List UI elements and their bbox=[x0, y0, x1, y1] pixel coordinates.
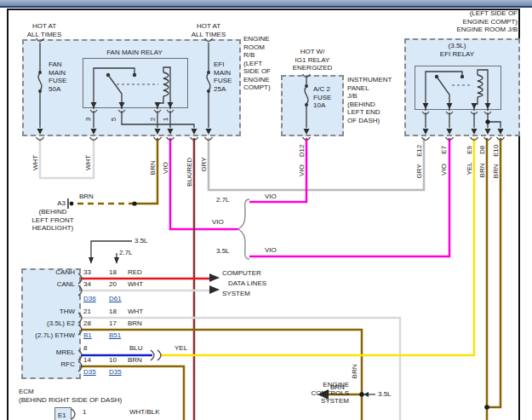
hot-at-all-times-2: HOT AT ALL TIMES bbox=[186, 22, 232, 38]
vio-d12-label: VIO bbox=[299, 164, 306, 176]
engine-room-rb-label: ENGINE ROOM R/B (LEFT SIDE OF ENGINE COM… bbox=[243, 35, 271, 92]
ecm-bracket-mrel bbox=[78, 350, 82, 360]
ecm-pin-mrel: MREL bbox=[34, 348, 75, 357]
pin-d8-label: D8 bbox=[479, 146, 486, 154]
fan-relay-pin-1: 1 bbox=[163, 118, 169, 121]
vio-27-label: VIO bbox=[265, 193, 277, 201]
brn-label-1: BRN bbox=[150, 161, 157, 175]
fan-relay-coil bbox=[163, 72, 169, 96]
brn-splice-dot bbox=[132, 201, 136, 205]
pin-e10-label: E10 bbox=[493, 145, 500, 157]
sel-35-arrowhead bbox=[89, 257, 94, 264]
pin-33: 33 bbox=[83, 268, 91, 277]
ecm-bracket-canh bbox=[78, 273, 82, 284]
connector-link-d35a[interactable]: D35 bbox=[83, 368, 96, 377]
computer-data-arrow-2 bbox=[209, 285, 220, 294]
brn-e10-label: BRN bbox=[493, 164, 500, 179]
ecm-pin-rfc: RFC bbox=[34, 360, 75, 369]
a3-connector-label[interactable]: A3 bbox=[49, 199, 66, 208]
engine-room-jb-label: (LEFT SIDE OF ENGINE COMPT) ENGINE ROOM … bbox=[409, 9, 518, 34]
e1-bracket bbox=[72, 409, 75, 419]
pin-10: 10 bbox=[109, 356, 117, 365]
computer-data-lines-1: COMPUTER bbox=[222, 269, 261, 278]
connector-link-d61[interactable]: D61 bbox=[109, 295, 122, 303]
pin-14: 14 bbox=[83, 356, 91, 365]
sel-27-arrowhead bbox=[114, 257, 119, 264]
efi-main-fuse-label: EFI MAIN FUSE 25A bbox=[214, 60, 232, 93]
computer-data-arrow-1 bbox=[209, 273, 220, 282]
blk-red-label: BLK/RED bbox=[186, 158, 193, 187]
vio-label-1: VIO bbox=[163, 162, 169, 174]
e1-connector-label: E1 bbox=[58, 411, 66, 420]
pin-e12-label: E12 bbox=[416, 145, 423, 157]
fan-fuse-element bbox=[38, 73, 42, 90]
ecm-pin-ethw: (2.7L) ETHW bbox=[19, 331, 75, 340]
ecm-bracket-e2 bbox=[78, 325, 82, 335]
wire-wht-label-b: WHT bbox=[128, 308, 143, 316]
yel-e9-label: YEL bbox=[466, 162, 473, 175]
thin-leads bbox=[38, 43, 501, 394]
wire-red-label: RED bbox=[128, 268, 142, 277]
efi-relay-label: (3.5L) EFI RELAY bbox=[415, 42, 500, 58]
ecm-pin-canh: CANH bbox=[34, 268, 75, 277]
ecm-pin-canl: CANL bbox=[34, 280, 75, 289]
efi-fuse-element bbox=[207, 73, 210, 90]
pin-21: 21 bbox=[83, 308, 91, 316]
pin-e9-label: E9 bbox=[466, 146, 473, 154]
gry-label: GRY bbox=[201, 157, 208, 171]
vio-main-label: VIO bbox=[212, 218, 224, 227]
connector-link-b51[interactable]: B51 bbox=[109, 331, 121, 340]
hot-at-all-times-1: HOT AT ALL TIMES bbox=[21, 22, 67, 38]
fan-relay-pin-5: 5 bbox=[111, 118, 117, 121]
branch-27-label: 2.7L bbox=[216, 196, 230, 204]
a3-location-label: (BEHIND LEFT FRONT HEADLIGHT) bbox=[29, 208, 77, 233]
connector-link-b1[interactable]: B1 bbox=[83, 331, 92, 340]
gry-wire bbox=[209, 138, 424, 190]
vio-main-wire bbox=[170, 138, 238, 229]
ac2-fuse-label: A/C 2 FUSE 10A bbox=[313, 85, 331, 110]
a3-terminal-dot bbox=[70, 202, 74, 206]
pin-18b: 18 bbox=[109, 308, 117, 316]
selector-27-label: 2.7L bbox=[119, 249, 133, 257]
computer-data-lines-2: DATA LINES bbox=[228, 279, 266, 288]
ecm-pin-thw: THW bbox=[34, 308, 75, 316]
connector-link-d35b[interactable]: D35 bbox=[109, 368, 122, 377]
efi-relay-bus bbox=[426, 72, 462, 111]
pin-d12-label: D12 bbox=[299, 145, 306, 158]
fan-main-relay-label: FAN MAIN RELAY bbox=[83, 49, 186, 57]
branch-35-label: 3.5L bbox=[216, 247, 230, 256]
efi-relay-coil bbox=[478, 75, 483, 97]
pin-28: 28 bbox=[83, 319, 91, 328]
engine-controls-35-label: 3.5L bbox=[378, 390, 392, 399]
wire-wht-label-a: WHT bbox=[128, 280, 143, 289]
ecm-bracket-rfc bbox=[78, 361, 82, 371]
hot-ig1-relay: HOT W/ IG1 RELAY ENERGIZED bbox=[288, 48, 337, 72]
pin-e7-label: E7 bbox=[441, 146, 448, 154]
inline-connector-b bbox=[157, 350, 161, 360]
wht-label-1: WHT bbox=[32, 155, 39, 170]
connector-cups bbox=[37, 38, 505, 419]
gry-e12-label: GRY bbox=[416, 164, 423, 178]
ecm-location-label: ECM (BEHIND RIGHT SIDE OF DASH) bbox=[19, 388, 122, 404]
efi-coil-junction-dot bbox=[485, 119, 489, 124]
pin-17: 17 bbox=[109, 319, 117, 328]
pin-8: 8 bbox=[83, 344, 87, 353]
wire-brn-label-b: BRN bbox=[128, 356, 142, 365]
a3-brn-label: BRN bbox=[79, 193, 94, 201]
engine-controls-junction-dot bbox=[359, 392, 364, 397]
wiring-diagram-window: HOT AT ALL TIMES HOT AT ALL TIMES HOT W/… bbox=[0, 0, 532, 420]
wire-blu-label: BLU bbox=[129, 344, 143, 353]
efi-relay-arm bbox=[437, 77, 449, 111]
brn-d8-label: BRN bbox=[479, 164, 486, 178]
pin-34: 34 bbox=[83, 280, 91, 289]
pin-1: 1 bbox=[83, 408, 86, 417]
ec-35-arrowhead bbox=[363, 392, 369, 397]
selector-35-label: 3.5L bbox=[134, 237, 148, 245]
pin-18a: 18 bbox=[109, 268, 117, 277]
brn-e2-wire bbox=[81, 330, 362, 420]
engine-split-brace bbox=[238, 199, 249, 259]
vio-e7-label: VIO bbox=[441, 164, 448, 175]
instrument-panel-jb-label: INSTRUMENT PANEL J/B (BEHIND LEFT END OF… bbox=[347, 76, 392, 124]
connector-link-d36[interactable]: D36 bbox=[83, 295, 96, 303]
ac2-fuse-element bbox=[305, 87, 308, 104]
